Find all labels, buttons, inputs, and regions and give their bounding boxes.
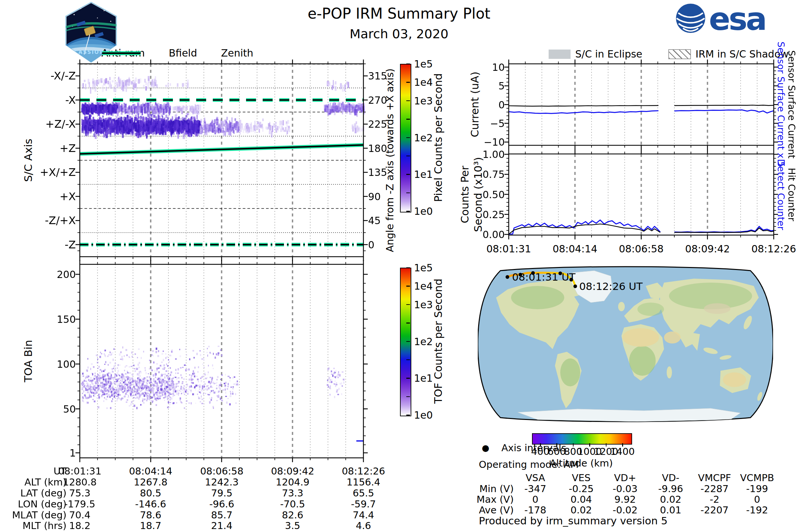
current-ytick: −5 (490, 117, 505, 129)
page: CASSIOPE e-POP IRM Summary Plot March 03… (0, 0, 798, 532)
sc-right-tick: 270 (368, 94, 387, 106)
sc-band-label: +Z/-X (45, 118, 76, 130)
altitude-tick: 600 (548, 446, 566, 457)
toa-ytick: 100 (57, 358, 76, 370)
time-axis-tick: 08:12:26 (752, 243, 796, 255)
altitude-colorbar-label: Altitude (km) (550, 457, 613, 469)
ephemeris-cell: 08:04:14 (129, 466, 172, 477)
altitude-tick: 400 (531, 446, 549, 457)
sc-right-tick: 315 (368, 70, 387, 82)
colorbar-tick-mark (406, 304, 410, 305)
esa-logo-text: esa (709, 2, 765, 35)
colorbar-tick-mark (406, 286, 410, 287)
sc-band-label: -X/-Z (51, 70, 76, 82)
toa-ytick: 50 (63, 403, 76, 415)
current-ytick: 5 (498, 80, 505, 92)
tof-cbar-tick: 1e0 (414, 409, 433, 421)
ephemeris-cell: 08:01:31 (58, 466, 101, 477)
altitude-tick-mark (540, 443, 541, 446)
page-title: e-POP IRM Summary Plot (307, 5, 491, 22)
track-end-time-label: 08:12:26 UT (579, 280, 643, 292)
altitude-tick-mark (622, 443, 623, 446)
colorbar-tick-mark (406, 359, 410, 360)
sc-axis-spectrogram-plot (73, 57, 370, 263)
voltage-cell: 0.01 (660, 505, 682, 516)
toa-ytick: 200 (57, 269, 76, 280)
sc-right-tick: 225 (368, 118, 387, 130)
counter-rates-plot (502, 147, 780, 242)
voltage-col-header: VD- (662, 472, 680, 483)
voltage-cell: -0.25 (569, 483, 593, 494)
current-right-label-blue: Sensor Surface Current x 5 (775, 41, 786, 167)
sc-band-label: +X/+Z (40, 166, 76, 178)
voltage-cell: 0 (754, 494, 760, 505)
ephemeris-cell: 1242.3 (205, 476, 239, 488)
ephemeris-row-label: LON (deg) (18, 498, 66, 510)
voltage-row-label: Ave (V) (479, 505, 514, 516)
altitude-tick-mark (606, 443, 607, 446)
pixel-colorbar-label: Pixel Counts per Second (432, 73, 444, 202)
counts-ylabel-line1: Counts Per (458, 166, 471, 224)
ephemeris-cell: 18.7 (140, 520, 162, 531)
current-ytick: 0 (498, 99, 505, 110)
colorbar-tick-mark (406, 192, 410, 193)
esa-logo-icon: esa (674, 2, 784, 35)
colorbar-tick-mark (406, 156, 410, 157)
ephemeris-cell: 75.3 (69, 488, 91, 499)
time-axis-tick: 08:09:42 (685, 243, 730, 255)
colorbar-tick-mark (406, 378, 410, 379)
voltage-col-header: VES (572, 472, 591, 483)
voltage-cell: -2 (710, 494, 720, 505)
pixel-counts-colorbar (400, 64, 411, 212)
tof-cbar-tick: 1e3 (414, 299, 433, 310)
time-axis-tick: 08:06:58 (619, 243, 664, 255)
counts-right-label-blue: Detect Counter (775, 159, 786, 230)
pixel-cbar-tick: 1e2 (414, 132, 433, 143)
colorbar-tick-mark (406, 119, 410, 120)
voltage-col-header: VSA (526, 472, 545, 483)
track-start-time-label: 08:01:31 UT (512, 271, 576, 283)
ephemeris-cell: 08:09:42 (271, 466, 314, 477)
sc-right-tick: 45 (368, 215, 381, 226)
voltage-cell: -178 (524, 505, 546, 516)
counts-ytick: 0.75 (482, 169, 505, 180)
tof-cbar-tick: 1e5 (414, 262, 433, 274)
colorbar-tick-mark (406, 100, 410, 101)
ephemeris-cell: 65.5 (353, 488, 374, 499)
voltage-cell: -0.03 (612, 483, 638, 494)
ephemeris-cell: 18.2 (69, 520, 91, 531)
voltage-cell: -2287 (701, 483, 728, 494)
track-dot (506, 275, 509, 279)
tof-colorbar-label: TOF Counts per Second (432, 279, 444, 404)
voltage-row-label: Min (V) (479, 483, 514, 494)
tof-counts-colorbar (400, 268, 411, 416)
voltage-cell: 0.02 (571, 505, 592, 516)
altitude-tick-mark (589, 443, 590, 446)
axis-intervals-dot-icon: ● (482, 443, 490, 453)
ephemeris-cell: 21.4 (211, 520, 233, 531)
sc-right-tick: 135 (368, 167, 387, 178)
sc-right-tick: 180 (368, 142, 387, 154)
voltage-cell: -199 (746, 483, 768, 494)
ephemeris-cell: 4.6 (356, 520, 371, 531)
ephemeris-cell: -179.5 (64, 498, 95, 510)
ephemeris-row-label: LAT (deg) (20, 488, 66, 499)
altitude-tick-mark (556, 443, 557, 446)
produced-by-footer: Produced by irm_summary version 5 (479, 515, 668, 527)
ephemeris-row-label: MLAT (deg) (12, 509, 66, 521)
page-date: March 03, 2020 (349, 26, 448, 41)
colorbar-tick-mark (406, 396, 410, 397)
toa-bin-spectrogram-plot (73, 258, 370, 464)
voltage-cell: 0 (532, 494, 538, 505)
counts-ytick: 0.00 (482, 229, 505, 241)
sc-right-tick: 0 (368, 239, 374, 250)
time-axis-tick: 08:04:14 (553, 243, 597, 255)
ephemeris-row-label: MLT (hrs) (23, 520, 66, 531)
altitude-tick: 1400 (610, 446, 635, 457)
voltage-col-header: VMCPF (698, 472, 731, 483)
tof-cbar-tick: 1e4 (414, 280, 433, 292)
ephemeris-cell: 3.5 (285, 520, 300, 531)
pixel-cbar-tick: 1e4 (414, 76, 433, 88)
pixel-cbar-tick: 1e1 (414, 169, 433, 180)
ground-track-world-map: 08:01:31 UT 08:12:26 UT (478, 266, 773, 422)
